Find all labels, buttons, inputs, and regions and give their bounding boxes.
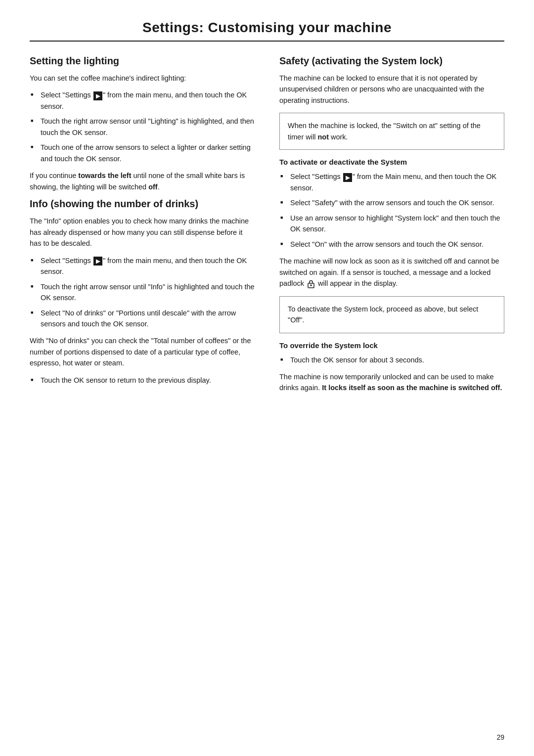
header-divider xyxy=(30,41,504,42)
list-item: Use an arrow sensor to highlight "System… xyxy=(279,213,504,235)
padlock-icon xyxy=(307,279,315,288)
safety-intro: The machine can be locked to ensure that… xyxy=(279,73,504,106)
list-item: Select "Settings ▶" from the Main menu, … xyxy=(279,171,504,193)
override-body: The machine is now temporarily unlocked … xyxy=(279,371,504,394)
info-note: With "No of drinks" you can check the "T… xyxy=(30,335,255,368)
override-bullets: Touch the OK sensor for about 3 seconds. xyxy=(279,355,504,365)
list-item: Touch the right arrow sensor until "Info… xyxy=(30,281,255,304)
section-title-safety: Safety (activating the System lock) xyxy=(279,55,504,67)
info-bullets: Select "Settings ▶" from the main menu, … xyxy=(30,255,255,330)
list-item: Select "No of drinks" or "Portions until… xyxy=(30,308,255,330)
note-box-timer-text: When the machine is locked, the "Switch … xyxy=(288,120,496,142)
svg-rect-1 xyxy=(311,285,312,286)
note-box-deactivate-text: To deactivate the System lock, proceed a… xyxy=(288,304,496,326)
settings-icon: ▶ xyxy=(93,257,102,266)
left-column: Setting the lighting You can set the cof… xyxy=(30,55,255,392)
right-column: Safety (activating the System lock) The … xyxy=(279,55,504,400)
section-title-info: Info (showing the number of drinks) xyxy=(30,198,255,210)
subsection-title-override: To override the System lock xyxy=(279,341,504,350)
settings-icon: ▶ xyxy=(343,173,352,182)
subsection-title-activate: To activate or deactivate the System xyxy=(279,158,504,166)
list-item: Touch the right arrow sensor until "Ligh… xyxy=(30,116,255,138)
page-title: Settings: Customising your machine xyxy=(30,20,504,36)
list-item: Select "Settings ▶" from the main menu, … xyxy=(30,255,255,277)
section-title-lighting: Setting the lighting xyxy=(30,55,255,67)
activate-bullets: Select "Settings ▶" from the Main menu, … xyxy=(279,171,504,250)
list-item: Touch the OK sensor to return to the pre… xyxy=(30,375,255,386)
list-item: Select "On" with the arrow sensors and t… xyxy=(279,239,504,250)
info-intro: The "Info" option enables you to check h… xyxy=(30,216,255,249)
page-header: Settings: Customising your machine xyxy=(30,20,504,36)
page: Settings: Customising your machine Setti… xyxy=(0,0,534,756)
note-box-timer: When the machine is locked, the "Switch … xyxy=(279,113,504,150)
list-item: Touch the OK sensor for about 3 seconds. xyxy=(279,355,504,365)
settings-icon: ▶ xyxy=(93,91,102,100)
list-item: Select "Safety" with the arrow sensors a… xyxy=(279,197,504,208)
page-number: 29 xyxy=(496,733,504,741)
note-box-deactivate: To deactivate the System lock, proceed a… xyxy=(279,296,504,333)
lighting-bullets: Select "Settings ▶" from the main menu, … xyxy=(30,89,255,164)
two-column-layout: Setting the lighting You can set the cof… xyxy=(30,55,504,400)
lighting-note: If you continue towards the left until n… xyxy=(30,170,255,192)
list-item: Select "Settings ▶" from the main menu, … xyxy=(30,89,255,112)
info-bullets-last: Touch the OK sensor to return to the pre… xyxy=(30,375,255,386)
activate-body: The machine will now lock as soon as it … xyxy=(279,256,504,289)
list-item: Touch one of the arrow sensors to select… xyxy=(30,142,255,164)
lighting-intro: You can set the coffee machine's indirec… xyxy=(30,73,255,84)
